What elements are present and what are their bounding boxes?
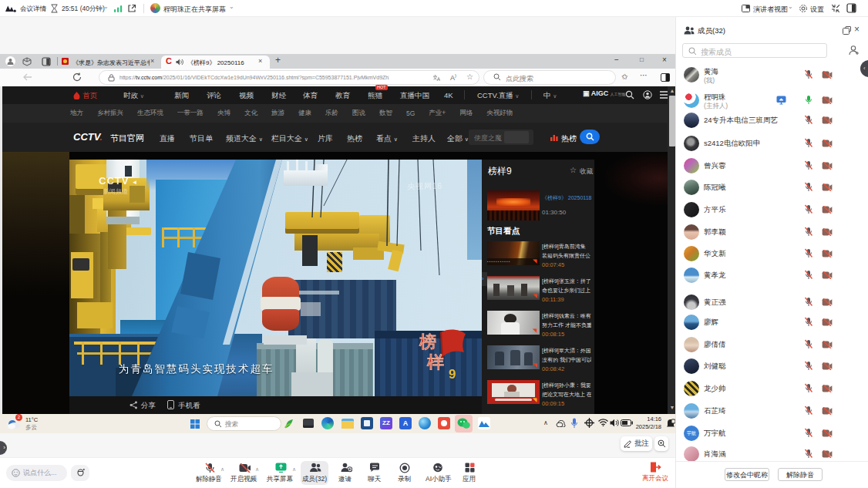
svg-text:9: 9 xyxy=(449,367,456,382)
svg-text:榜: 榜 xyxy=(419,332,436,352)
svg-text:样: 样 xyxy=(426,352,444,372)
